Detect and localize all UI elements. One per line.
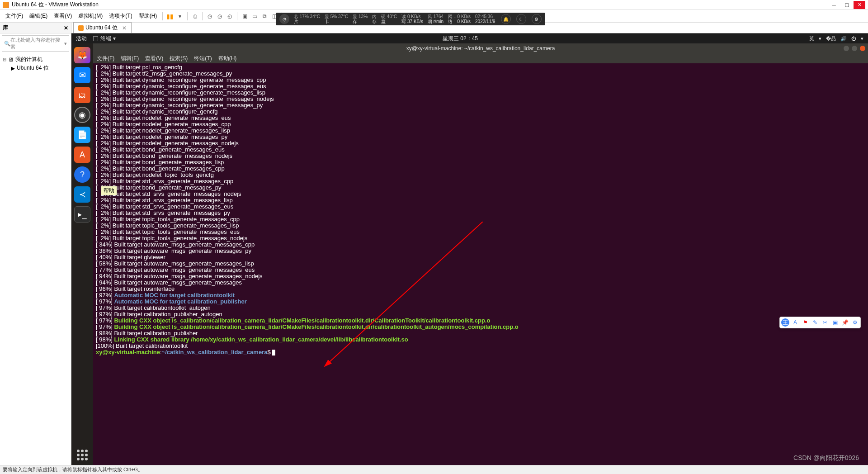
snap-take-icon[interactable]: ◷	[205, 12, 214, 21]
watermark: CSDN @向阳花开0926	[793, 454, 859, 462]
tool-cut-icon[interactable]: ✂	[821, 318, 829, 327]
terminal-titlebar[interactable]: xy@xy-virtual-machine: ~/catkin_ws_calib…	[93, 43, 868, 53]
library-title: 库	[3, 24, 8, 32]
stats-moon-icon[interactable]: ☾	[516, 14, 526, 24]
menu-help[interactable]: 帮助(H)	[136, 11, 160, 21]
titlebar: Ubuntu 64 位 - VMware Workstation ─ ▢ ✕	[0, 0, 868, 10]
terminal-icon	[93, 36, 98, 41]
help-icon[interactable]: ?	[74, 166, 90, 183]
view3-icon[interactable]: ⧉	[260, 12, 269, 21]
term-menu-edit[interactable]: 编辑(E)	[121, 55, 139, 62]
writer-icon[interactable]: 📄	[74, 127, 90, 143]
tool-logo-icon[interactable]: 王	[781, 318, 789, 327]
tab-close-icon[interactable]: ✕	[122, 25, 127, 31]
chevron-down-icon[interactable]: ▾	[861, 36, 863, 42]
maximize-button[interactable]: ▢	[841, 1, 853, 9]
stats-logo-icon: ◔	[279, 14, 289, 24]
library-panel: 库 ✕ 🔍 在此处键入内容进行搜索 ▾ ⊟ 🖥 我的计算机 ▶ Ubuntu 6…	[0, 23, 71, 465]
vm-icon: ▶	[11, 65, 15, 71]
tool-gear-icon[interactable]: ⚙	[851, 318, 859, 327]
power-icon[interactable]: ⏻	[851, 36, 856, 41]
ubuntu-desktop: 活动 终端 ▾ 星期三 02：45 英 ▾ �品 🔊 ⏻ ▾ 🦊 ✉ �	[71, 33, 868, 465]
window-minimize-icon[interactable]	[844, 46, 849, 51]
vscode-icon[interactable]: ≺	[74, 186, 90, 203]
computer-icon: 🖥	[8, 57, 14, 63]
gnome-topbar: 活动 终端 ▾ 星期三 02：45 英 ▾ �品 🔊 ⏻ ▾	[71, 33, 868, 43]
volume-icon[interactable]: 🔊	[840, 36, 847, 42]
app-menu[interactable]: 终端	[100, 35, 111, 43]
snap-manage-icon[interactable]: ◵	[225, 12, 234, 21]
menu-edit[interactable]: 编辑(E)	[27, 11, 50, 21]
search-icon: 🔍	[4, 41, 10, 47]
vmware-icon	[3, 2, 9, 8]
software-icon[interactable]: A	[74, 147, 90, 163]
lang-indicator[interactable]: 英	[809, 35, 814, 42]
vm-area: Ubuntu 64 位 ✕ 活动 终端 ▾ 星期三 02：45 英 ▾ �品 🔊…	[71, 23, 868, 465]
collapse-icon: ⊟	[3, 57, 6, 62]
dropdown-icon[interactable]: ▾	[64, 41, 67, 47]
library-close-icon[interactable]: ✕	[64, 25, 68, 31]
window-title: Ubuntu 64 位 - VMware Workstation	[12, 1, 99, 9]
stats-bell-icon[interactable]: 🔔	[501, 14, 511, 24]
terminal-icon[interactable]: ▸_	[74, 206, 90, 223]
tool-pen-icon[interactable]: ✎	[811, 318, 819, 327]
tooltip: 帮助	[101, 186, 117, 195]
disc-icon[interactable]: ◉	[74, 107, 90, 123]
stats-gear-icon[interactable]: ⚙	[532, 14, 542, 24]
library-search[interactable]: 🔍 在此处键入内容进行搜索 ▾	[2, 35, 69, 52]
view2-icon[interactable]: ▭	[250, 12, 259, 21]
chevron-down-icon: ▾	[819, 36, 821, 42]
tool-flag-icon[interactable]: ⚑	[801, 318, 809, 327]
statusbar: 要将输入定向到该虚拟机，请将鼠标指针移入其中或按 Ctrl+G。	[0, 465, 868, 474]
pause-icon[interactable]: ▮▮	[165, 12, 175, 21]
menu-file[interactable]: 文件(F)	[3, 11, 26, 21]
terminal-window: xy@xy-virtual-machine: ~/catkin_ws_calib…	[93, 43, 868, 465]
window-maximize-icon[interactable]	[852, 46, 857, 51]
stats-overlay: ◔ 芯 17% 34°C片 显 5% 37°C卡 显 13%存 内存 硬 40°…	[276, 13, 545, 25]
clock[interactable]: 星期三 02：45	[443, 35, 478, 43]
term-menu-search[interactable]: 搜索(S)	[170, 55, 188, 62]
window-close-icon[interactable]	[860, 46, 865, 51]
tool-pin-icon[interactable]: 📌	[841, 318, 849, 327]
terminal-body[interactable]: [ 2%] Built target pcl_ros_gencfg[ 2%] B…	[93, 63, 868, 465]
tool-text-icon[interactable]: A	[791, 318, 799, 327]
activities-button[interactable]: 活动	[76, 35, 87, 43]
snapshot-icon[interactable]: ⎙	[190, 12, 199, 21]
chevron-down-icon[interactable]: ▾	[113, 35, 116, 42]
dropdown-icon[interactable]: ▾	[175, 12, 184, 21]
tree-vm-ubuntu[interactable]: Ubuntu 64 位	[17, 64, 49, 72]
view1-icon[interactable]: ▣	[240, 12, 249, 21]
snap-revert-icon[interactable]: ◶	[215, 12, 224, 21]
close-button[interactable]: ✕	[854, 1, 865, 9]
dock: 🦊 ✉ 🗂 ◉ 📄 A ? ≺ ▸_	[71, 43, 93, 465]
firefox-icon[interactable]: 🦊	[74, 47, 90, 63]
menu-tabs[interactable]: 选项卡(T)	[106, 11, 135, 21]
vm-tab-ubuntu[interactable]: Ubuntu 64 位 ✕	[73, 22, 132, 33]
float-toolbar[interactable]: 王 A ⚑ ✎ ✂ ▣ 📌 ⚙	[779, 317, 861, 328]
thunderbird-icon[interactable]: ✉	[74, 67, 90, 83]
files-icon[interactable]: 🗂	[74, 87, 90, 103]
menu-view[interactable]: 查看(V)	[51, 11, 75, 21]
term-menu-view[interactable]: 查看(V)	[145, 55, 163, 62]
terminal-menu: 文件(F) 编辑(E) 查看(V) 搜索(S) 终端(T) 帮助(H)	[93, 53, 868, 63]
tree-root[interactable]: ⊟ 🖥 我的计算机	[3, 55, 68, 64]
term-menu-help[interactable]: 帮助(H)	[218, 55, 237, 62]
vm-icon	[78, 25, 84, 31]
tool-box-icon[interactable]: ▣	[831, 318, 839, 327]
term-menu-terminal[interactable]: 终端(T)	[194, 55, 212, 62]
show-apps-icon[interactable]	[77, 450, 88, 460]
network-icon[interactable]: �品	[826, 35, 836, 42]
menu-vm[interactable]: 虚拟机(M)	[75, 11, 105, 21]
term-menu-file[interactable]: 文件(F)	[97, 55, 114, 62]
minimize-button[interactable]: ─	[828, 1, 840, 9]
